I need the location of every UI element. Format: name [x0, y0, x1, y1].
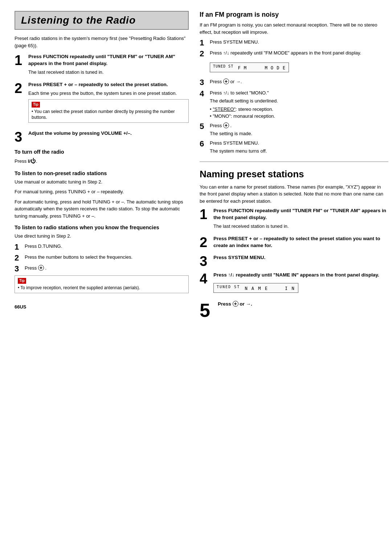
- fm-step-5-content: Press + . The setting is made.: [210, 122, 388, 137]
- fm-step-2-text: Press ↑/↓ repeatedly until "FM MODE" app…: [210, 49, 388, 57]
- naming-step-1-num: 1: [200, 207, 210, 221]
- turn-off-heading: To turn off the radio: [15, 149, 189, 155]
- naming-step-5-num: 5: [200, 301, 214, 320]
- right-column: If an FM program is noisy If an FM progr…: [200, 11, 388, 323]
- naming-step-2-content: Press PRESET + or – repeatedly to select…: [213, 235, 388, 251]
- circle-plus-icon-5: +: [223, 122, 229, 128]
- naming-heading: Naming preset stations: [200, 169, 388, 180]
- fm-step-2-num: 2: [200, 49, 207, 58]
- tip-box-2: Tip • To improve reception, reorient the…: [15, 275, 189, 293]
- naming-step-2: 2 Press PRESET + or – repeatedly to sele…: [200, 235, 388, 251]
- know-freq-step-2-num: 2: [15, 254, 22, 262]
- circle-plus-icon-3: +: [223, 78, 229, 84]
- naming-step-5: 5 Press + or →.: [200, 301, 388, 320]
- fm-noisy-section: If an FM program is noisy If an FM progr…: [200, 11, 388, 155]
- naming-step-5-content: Press + or →.: [218, 301, 388, 309]
- know-freq-step-1: 1 Press D.TUNING.: [15, 243, 189, 251]
- non-preset-heading: To listen to non-preset radio stations: [15, 170, 189, 176]
- know-freq-step-1-text: Press D.TUNING.: [25, 243, 189, 250]
- turn-off-section: To turn off the radio Press I/⏻.: [15, 149, 189, 165]
- circle-plus-icon-naming5: +: [233, 301, 238, 307]
- step-3-bold: Adjust the volume by pressing VOLUME +/–…: [28, 130, 189, 137]
- fm-step-4: 4 Press ↑/↓ to select "MONO." The defaul…: [200, 89, 388, 120]
- non-preset-text1: Use manual or automatic tuning in Step 2…: [15, 178, 189, 186]
- fm-step-1-num: 1: [200, 39, 207, 47]
- fm-noisy-heading: If an FM program is noisy: [200, 11, 388, 19]
- fm-step-4-num: 4: [200, 89, 207, 98]
- page-title: Listening to the Radio: [21, 15, 182, 26]
- tip-text-2: • To improve reception, reorient the sup…: [18, 285, 185, 291]
- know-freq-step-3-text: Press + .: [25, 265, 189, 272]
- naming-step-1-content: Press FUNCTION repeatedly until "TUNER F…: [213, 207, 388, 232]
- fm-step-3-num: 3: [200, 78, 207, 87]
- section-divider: [200, 161, 388, 162]
- tip-label-2: Tip: [18, 278, 26, 284]
- step-2-num: 2: [15, 81, 25, 95]
- naming-step-3-content: Press SYSTEM MENU.: [213, 254, 388, 263]
- naming-step-4-content: Press ↑/↓ repeatedly until "NAME IN" app…: [213, 272, 388, 297]
- tip-box-1: Tip • You can select the preset station …: [28, 99, 189, 123]
- naming-step-1: 1 Press FUNCTION repeatedly until "TUNER…: [200, 207, 388, 232]
- tip-text-1: • You can select the preset station numb…: [32, 109, 185, 121]
- turn-off-text: Press I/⏻.: [15, 157, 189, 165]
- naming-step-4-num: 4: [200, 272, 210, 286]
- naming-step-5-bold: Press + or →.: [218, 301, 388, 308]
- tip-label-1: Tip: [32, 102, 40, 108]
- naming-step-1-sub: The last received station is tuned in.: [213, 223, 388, 230]
- intro-text: Preset radio stations in the system's me…: [15, 35, 189, 49]
- naming-step-3-bold: Press SYSTEM MENU.: [213, 254, 388, 261]
- know-freq-intro: Use direct tuning in Step 2.: [15, 233, 189, 240]
- fm-step-3: 3 Press + or →.: [200, 78, 388, 87]
- circle-plus-icon-left: +: [38, 265, 44, 271]
- naming-step-4: 4 Press ↑/↓ repeatedly until "NAME IN" a…: [200, 272, 388, 297]
- page-title-box: Listening to the Radio: [15, 11, 189, 30]
- know-freq-step-3-num: 3: [15, 265, 22, 273]
- naming-step-3-num: 3: [200, 254, 210, 268]
- naming-step-2-num: 2: [200, 235, 210, 249]
- fm-step-5: 5 Press + . The setting is made.: [200, 122, 388, 137]
- fm-step-4-content: Press ↑/↓ to select "MONO." The default …: [210, 89, 388, 120]
- naming-step-3: 3 Press SYSTEM MENU.: [200, 254, 388, 268]
- step-3-content: Adjust the volume by pressing VOLUME +/–…: [28, 130, 189, 138]
- know-freq-step-2: 2 Press the number buttons to select the…: [15, 254, 189, 262]
- step-3: 3 Adjust the volume by pressing VOLUME +…: [15, 130, 189, 144]
- left-column: Listening to the Radio Preset radio stat…: [15, 11, 189, 323]
- fm-step-3-text: Press + or →.: [210, 78, 388, 85]
- fm-step-2: 2 Press ↑/↓ repeatedly until "FM MODE" a…: [200, 49, 388, 58]
- fm-step-5-num: 5: [200, 122, 207, 131]
- fm-step-1-text: Press SYSTEM MENU.: [210, 39, 388, 46]
- non-preset-text2: For manual tuning, press TUNING + or – r…: [15, 188, 189, 195]
- step-2-content: Press PRESET + or – repeatedly to select…: [28, 81, 189, 126]
- step-1: 1 Press FUNCTION repeatedly until "TUNER…: [15, 53, 189, 78]
- know-freq-step-2-text: Press the number buttons to select the f…: [25, 254, 189, 261]
- non-preset-text3: For automatic tuning, press and hold TUN…: [15, 198, 189, 220]
- naming-step-2-bold: Press PRESET + or – repeatedly to select…: [213, 235, 388, 249]
- naming-intro: You can enter a name for preset stations…: [200, 183, 388, 205]
- step-1-sub: The last received station is tuned in.: [28, 69, 189, 76]
- step-1-content: Press FUNCTION repeatedly until "TUNER F…: [28, 53, 189, 78]
- know-freq-section: To listen to radio stations when you kno…: [15, 225, 189, 293]
- naming-step-1-bold: Press FUNCTION repeatedly until "TUNER F…: [213, 207, 388, 221]
- naming-section: Naming preset stations You can enter a n…: [200, 169, 388, 320]
- name-in-display-container: TUNED ST N A M E I N: [213, 281, 388, 295]
- step-1-bold: Press FUNCTION repeatedly until "TUNER F…: [28, 53, 189, 67]
- page-container: Listening to the Radio Preset radio stat…: [15, 11, 377, 323]
- fm-noisy-intro: If an FM program is noisy, you can selec…: [200, 21, 388, 36]
- step-3-num: 3: [15, 130, 25, 144]
- name-in-display: TUNED ST N A M E I N: [213, 283, 298, 293]
- fm-step-6-num: 6: [200, 140, 207, 148]
- know-freq-step-1-num: 1: [15, 243, 22, 251]
- step-2: 2 Press PRESET + or – repeatedly to sele…: [15, 81, 189, 126]
- page-number: 66US: [15, 304, 189, 310]
- fm-step-1: 1 Press SYSTEM MENU.: [200, 39, 388, 47]
- fm-mode-display: TUNED ST F M M O D E: [210, 62, 289, 72]
- step-2-sub: Each time you press the button, the syst…: [28, 90, 189, 97]
- fm-step-6-content: Press SYSTEM MENU. The system menu turns…: [210, 140, 388, 155]
- naming-step-4-bold: Press ↑/↓ repeatedly until "NAME IN" app…: [213, 272, 388, 279]
- step-2-bold: Press PRESET + or – repeatedly to select…: [28, 81, 189, 88]
- know-freq-step-3: 3 Press + .: [15, 265, 189, 273]
- fm-mode-display-container: TUNED ST F M M O D E: [210, 60, 388, 74]
- fm-step-6: 6 Press SYSTEM MENU. The system menu tur…: [200, 140, 388, 155]
- non-preset-section: To listen to non-preset radio stations U…: [15, 170, 189, 220]
- know-freq-heading: To listen to radio stations when you kno…: [15, 225, 189, 230]
